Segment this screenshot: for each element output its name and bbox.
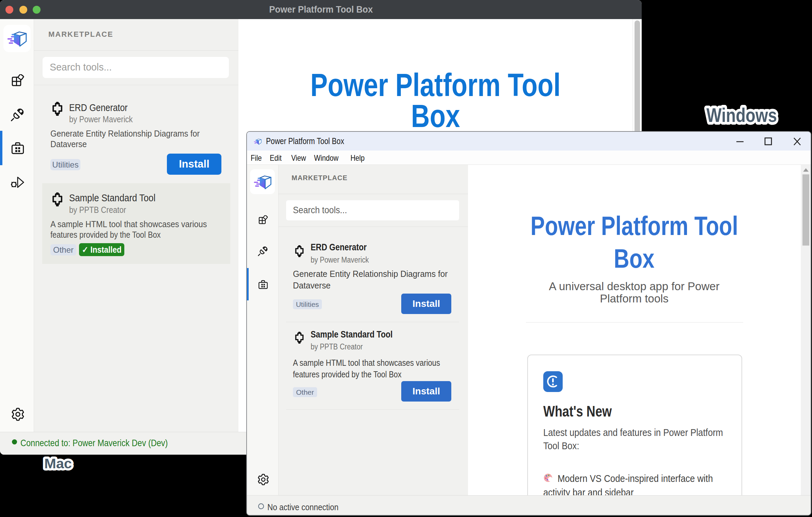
svg-text:Windows: Windows — [706, 104, 777, 126]
svg-text:Mac: Mac — [44, 456, 72, 471]
